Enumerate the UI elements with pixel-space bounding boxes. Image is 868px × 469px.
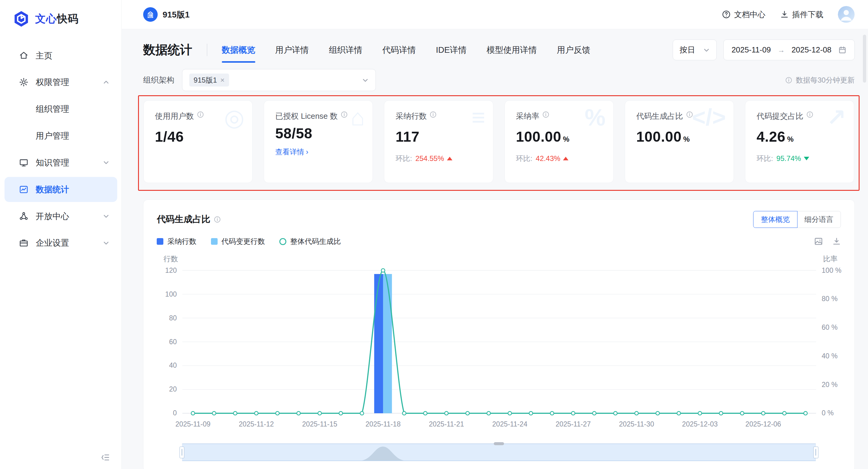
tab-label: IDE详情 xyxy=(436,44,467,56)
datazoom-selection[interactable] xyxy=(182,444,815,461)
tab-label: 模型使用详情 xyxy=(487,44,537,56)
datazoom-handle-right[interactable] xyxy=(813,446,818,458)
sidebar-item-open-center[interactable]: 开放中心 xyxy=(4,204,117,228)
info-icon[interactable] xyxy=(430,111,437,118)
tab-label: 数据概览 xyxy=(222,44,255,56)
tab-label: 用户反馈 xyxy=(557,44,590,56)
sidebar-item-data-statistics[interactable]: 数据统计 xyxy=(4,177,117,202)
sidebar-item-knowledge[interactable]: 知识管理 xyxy=(4,150,117,175)
info-icon[interactable] xyxy=(214,216,221,223)
legend-changed-lines[interactable]: 代码变更行数 xyxy=(211,237,265,246)
info-icon[interactable] xyxy=(806,111,813,118)
svg-text:60 %: 60 % xyxy=(822,323,838,331)
tab-model-usage-detail[interactable]: 模型使用详情 xyxy=(487,34,537,66)
chart-legend: 采纳行数 代码变更行数 整体代码生成比 xyxy=(157,237,841,246)
view-details-label: 查看详情 xyxy=(275,147,304,157)
generation-ratio-chart[interactable]: 0204060801001200 %20 %40 %60 %80 %100 %2… xyxy=(157,264,842,438)
workspace-switcher[interactable]: 915版1 xyxy=(143,7,190,22)
ratio-value: 42.43% xyxy=(536,154,561,163)
help-circle-icon xyxy=(722,10,731,19)
topbar: 915版1 文档中心 插件下载 xyxy=(122,0,868,29)
arrow-right-icon: → xyxy=(778,46,785,54)
chevron-down-icon xyxy=(703,47,710,53)
ratio-value: 254.55% xyxy=(415,154,444,163)
legend-square-icon xyxy=(157,238,163,245)
date-start-value: 2025-11-09 xyxy=(732,45,771,54)
collapse-sidebar-icon[interactable] xyxy=(100,452,110,462)
ratio-label: 环比: xyxy=(756,154,773,163)
page-header: 数据统计 数据概览 用户详情 组织详情 代码详情 IDE详情 模型使用详情 用户… xyxy=(143,34,855,66)
tab-label: 代码详情 xyxy=(382,44,416,56)
stat-card-commit-ratio: ↗ 代码提交占比 4.26% 环比: 95.74% xyxy=(745,100,854,183)
sidebar-item-label: 企业设置 xyxy=(36,237,69,248)
legend-square-icon xyxy=(211,238,218,245)
chevron-down-icon xyxy=(362,77,369,84)
datazoom-handle-left[interactable] xyxy=(179,446,184,458)
stat-card-generation-ratio: </> 代码生成占比 100.00% xyxy=(625,100,734,183)
save-image-icon[interactable] xyxy=(814,237,823,246)
info-icon[interactable] xyxy=(542,111,550,118)
svg-text:20: 20 xyxy=(169,385,177,393)
ratio-row: 环比: 42.43% xyxy=(516,154,603,163)
calendar-icon[interactable] xyxy=(838,46,846,54)
info-icon[interactable] xyxy=(197,111,204,118)
doc-center-link[interactable]: 文档中心 xyxy=(722,9,765,20)
tab-bar: 数据概览 用户详情 组织详情 代码详情 IDE详情 模型使用详情 用户反馈 xyxy=(222,34,590,66)
stat-card-license: ⌂ 已授权 License 数 58/58 查看详情 › xyxy=(264,100,373,183)
sidebar-item-user-management[interactable]: 用户管理 xyxy=(4,123,117,148)
stat-label: 代码生成占比 xyxy=(636,111,683,122)
view-details-link[interactable]: 查看详情 › xyxy=(275,147,308,157)
date-mode-select[interactable]: 按日 xyxy=(673,39,717,60)
stat-value: 100.00% xyxy=(636,128,724,145)
svg-text:2025-12-06: 2025-12-06 xyxy=(746,420,781,428)
download-chart-icon[interactable] xyxy=(832,237,841,246)
stat-label: 采纳率 xyxy=(516,111,539,122)
legend-overall-ratio[interactable]: 整体代码生成比 xyxy=(279,237,341,246)
download-icon xyxy=(780,10,789,19)
sidebar-item-org-management[interactable]: 组织管理 xyxy=(4,96,117,122)
tab-data-overview[interactable]: 数据概览 xyxy=(222,34,255,66)
tag-close-icon[interactable]: × xyxy=(220,76,224,84)
legend-label: 采纳行数 xyxy=(167,237,196,246)
toggle-by-language-button[interactable]: 细分语言 xyxy=(797,211,841,228)
legend-accepted-lines[interactable]: 采纳行数 xyxy=(157,237,196,246)
sidebar-item-home[interactable]: 主页 xyxy=(4,43,117,68)
sidebar-item-enterprise-settings[interactable]: 企业设置 xyxy=(4,230,117,255)
scrollbar-thumb[interactable] xyxy=(863,35,866,83)
tab-code-detail[interactable]: 代码详情 xyxy=(382,34,416,66)
tab-user-detail[interactable]: 用户详情 xyxy=(275,34,309,66)
sidebar-item-permissions[interactable]: 权限管理 xyxy=(4,70,117,95)
sidebar-item-label: 主页 xyxy=(36,50,53,61)
date-range-picker[interactable]: 2025-11-09 → 2025-12-08 xyxy=(723,39,855,60)
chart-header: 代码生成占比 整体概览 细分语言 xyxy=(157,211,841,228)
tab-org-detail[interactable]: 组织详情 xyxy=(329,34,362,66)
info-icon xyxy=(785,76,792,84)
datazoom-scroll-icon[interactable] xyxy=(494,442,504,445)
ratio-label: 环比: xyxy=(396,154,412,163)
toggle-overview-button[interactable]: 整体概览 xyxy=(753,211,797,228)
stat-label: 代码提交占比 xyxy=(756,111,803,122)
svg-text:2025-11-24: 2025-11-24 xyxy=(492,420,527,428)
filter-row: 组织架构 915版1 × 数据每30分钟更新 xyxy=(143,68,855,92)
svg-text:2025-11-21: 2025-11-21 xyxy=(429,420,464,428)
org-structure-select[interactable]: 915版1 × xyxy=(182,69,375,91)
chart-view-toggle: 整体概览 细分语言 xyxy=(753,211,841,228)
brand-logo[interactable]: 文心快码 xyxy=(0,0,121,36)
tab-ide-detail[interactable]: IDE详情 xyxy=(436,34,467,66)
trend-down-icon xyxy=(804,157,809,160)
legend-label: 代码变更行数 xyxy=(221,237,265,246)
avatar[interactable] xyxy=(838,6,855,23)
sidebar-item-label: 知识管理 xyxy=(36,157,69,168)
info-icon[interactable] xyxy=(341,111,348,118)
plugin-download-link[interactable]: 插件下载 xyxy=(780,9,824,20)
page-content: 数据统计 数据概览 用户详情 组织详情 代码详情 IDE详情 模型使用详情 用户… xyxy=(122,29,868,469)
sidebar-item-label: 数据统计 xyxy=(36,184,69,195)
svg-text:0 %: 0 % xyxy=(822,409,834,417)
tab-user-feedback[interactable]: 用户反馈 xyxy=(557,34,590,66)
ratio-label: 环比: xyxy=(516,154,532,163)
update-note: 数据每30分钟更新 xyxy=(785,75,855,85)
chart-toolbar xyxy=(814,237,841,246)
stat-value: 117 xyxy=(396,128,483,145)
info-icon[interactable] xyxy=(686,111,693,118)
datazoom-track[interactable] xyxy=(182,443,816,461)
